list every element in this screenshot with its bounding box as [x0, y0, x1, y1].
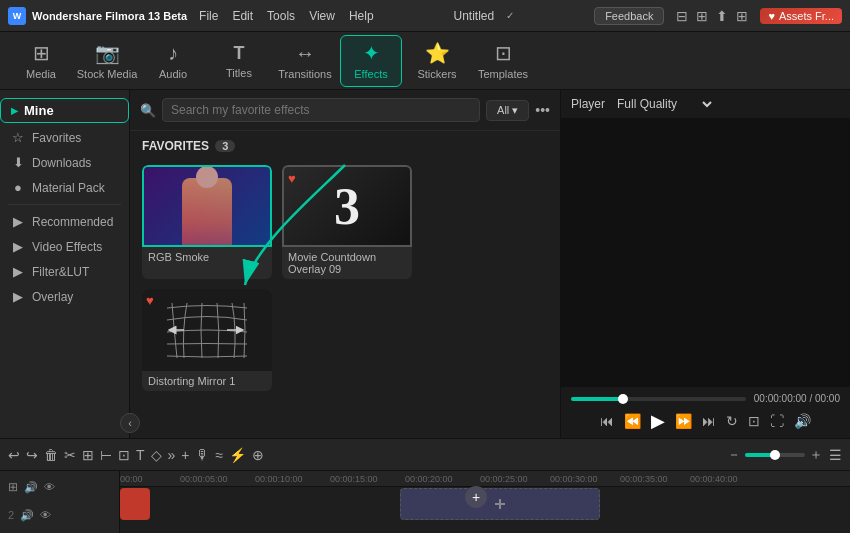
- layout-icon[interactable]: ⊞: [696, 8, 708, 24]
- menu-bar: File Edit Tools View Help: [199, 9, 374, 23]
- crop-icon[interactable]: ⊡: [748, 413, 760, 429]
- sidebar-item-downloads[interactable]: ⬇ Downloads: [0, 150, 129, 175]
- redo-icon[interactable]: ↪: [26, 447, 38, 463]
- player-controls: 00:00:00:00 / 00:00 ⏮ ⏪ ▶ ⏩ ⏭ ↻ ⊡ ⛶ 🔊: [561, 386, 850, 438]
- zoom-out-icon[interactable]: －: [727, 446, 741, 464]
- effect-card-rgb-smoke[interactable]: RGB Smoke: [142, 165, 272, 279]
- menu-edit[interactable]: Edit: [232, 9, 253, 23]
- sidebar-collapse-button[interactable]: ‹: [120, 413, 140, 433]
- snap-icon[interactable]: ⊕: [252, 447, 264, 463]
- filter-lut-label: Filter&LUT: [32, 265, 89, 279]
- toolbar-stickers[interactable]: ⭐ Stickers: [406, 35, 468, 87]
- keyframe-icon[interactable]: ◇: [151, 447, 162, 463]
- sidebar-item-overlay[interactable]: ▶ Overlay: [0, 284, 129, 309]
- downloads-label: Downloads: [32, 156, 91, 170]
- cut-icon[interactable]: ✂: [64, 447, 76, 463]
- speed-icon[interactable]: ⚡: [229, 447, 246, 463]
- rgb-smoke-thumbnail: [142, 165, 272, 247]
- menu-help[interactable]: Help: [349, 9, 374, 23]
- topbar: W Wondershare Filmora 13 Beta File Edit …: [0, 0, 850, 32]
- loop-icon[interactable]: ↻: [726, 413, 738, 429]
- track2-eye-icon[interactable]: 👁: [40, 509, 51, 521]
- share-icon[interactable]: ⬆: [716, 8, 728, 24]
- undo-icon[interactable]: ↩: [8, 447, 20, 463]
- ruler-mark-8: 00:00:40:00: [690, 474, 738, 484]
- ruler-mark-4: 00:00:20:00: [405, 474, 453, 484]
- progress-track[interactable]: [571, 397, 746, 401]
- grid-icon[interactable]: ⊞: [736, 8, 748, 24]
- download-icon: ⬇: [10, 155, 26, 170]
- toolbar-templates[interactable]: ⊡ Templates: [472, 35, 534, 87]
- copy-icon[interactable]: ⊞: [82, 447, 94, 463]
- more-tl-icon[interactable]: »: [168, 447, 176, 463]
- track1-eye-icon[interactable]: 👁: [44, 481, 55, 493]
- frame-back-icon[interactable]: ⏪: [624, 413, 641, 429]
- track2-vol-icon[interactable]: 🔊: [20, 509, 34, 522]
- stock-media-label: Stock Media: [77, 68, 138, 80]
- audio-tl-icon[interactable]: 🎙: [196, 447, 210, 463]
- sidebar-item-video-effects[interactable]: ▶ Video Effects: [0, 234, 129, 259]
- toolbar-audio[interactable]: ♪ Audio: [142, 35, 204, 87]
- search-input[interactable]: [162, 98, 480, 122]
- heart-icon: ♥: [768, 10, 775, 22]
- crop-tl-icon[interactable]: ⊡: [118, 447, 130, 463]
- toolbar-titles[interactable]: T Titles: [208, 35, 270, 87]
- menu-view[interactable]: View: [309, 9, 335, 23]
- ruler-mark-5: 00:00:25:00: [480, 474, 528, 484]
- more-options-button[interactable]: •••: [535, 102, 550, 118]
- play-button[interactable]: ▶: [651, 410, 665, 432]
- skip-forward-icon[interactable]: ⏭: [702, 413, 716, 429]
- feedback-button[interactable]: Feedback: [594, 7, 664, 25]
- player-screen: [561, 119, 850, 386]
- split-icon[interactable]: ⊢: [100, 447, 112, 463]
- toolbar-effects[interactable]: ✦ Effects: [340, 35, 402, 87]
- add-clip-button[interactable]: +: [465, 486, 487, 508]
- zoom-control: － ＋: [727, 446, 823, 464]
- volume-icon[interactable]: 🔊: [794, 413, 811, 429]
- timeline-clip-1[interactable]: [120, 488, 150, 520]
- toolbar-stock-media[interactable]: 📷 Stock Media: [76, 35, 138, 87]
- transitions-label: Transitions: [278, 68, 331, 80]
- timeline-clip-placeholder[interactable]: [400, 488, 600, 520]
- sidebar-item-material-pack[interactable]: ● Material Pack: [0, 175, 129, 200]
- settings-tl-icon[interactable]: ☰: [829, 447, 842, 463]
- templates-label: Templates: [478, 68, 528, 80]
- timeline: ↩ ↪ 🗑 ✂ ⊞ ⊢ ⊡ T ◇ » + 🎙 ≈ ⚡ ⊕ － ＋ ☰ ⊞ 🔊: [0, 438, 850, 533]
- quality-select[interactable]: Full Quality Half Quality Quarter Qualit…: [613, 96, 715, 112]
- playback-controls: ⏮ ⏪ ▶ ⏩ ⏭ ↻ ⊡ ⛶ 🔊: [571, 410, 840, 432]
- delete-icon[interactable]: 🗑: [44, 447, 58, 463]
- sidebar-item-filter-lut[interactable]: ▶ Filter&LUT: [0, 259, 129, 284]
- track1-vol-icon[interactable]: 🔊: [24, 481, 38, 494]
- menu-file[interactable]: File: [199, 9, 218, 23]
- sidebar-item-favorites[interactable]: ☆ Favorites: [0, 125, 129, 150]
- progress-handle[interactable]: [618, 394, 628, 404]
- text-tl-icon[interactable]: T: [136, 447, 145, 463]
- player-panel: Player Full Quality Half Quality Quarter…: [560, 90, 850, 438]
- zoom-handle[interactable]: [770, 450, 780, 460]
- app-name: Wondershare Filmora 13 Beta: [32, 10, 187, 22]
- toolbar-transitions[interactable]: ↔ Transitions: [274, 35, 336, 87]
- favorites-label: Favorites: [32, 131, 81, 145]
- menu-tools[interactable]: Tools: [267, 9, 295, 23]
- effect-card-movie-countdown[interactable]: ♥ 3 Movie Countdown Overlay 09: [282, 165, 412, 279]
- add-media-icon[interactable]: +: [181, 447, 189, 463]
- motion-icon[interactable]: ≈: [216, 447, 224, 463]
- stock-media-icon: 📷: [95, 41, 120, 65]
- assets-button[interactable]: ♥ Assets Fr...: [760, 8, 842, 24]
- sidebar-item-recommended[interactable]: ▶ Recommended: [0, 209, 129, 234]
- sidebar-mine[interactable]: ▸ Mine: [0, 98, 129, 123]
- fullscreen-icon[interactable]: ⛶: [770, 413, 784, 429]
- track-label-2: 2 🔊 👁: [8, 503, 111, 527]
- zoom-slider[interactable]: [745, 453, 805, 457]
- effect-card-distorting-mirror[interactable]: ♥: [142, 289, 272, 391]
- toolbar-media[interactable]: ⊞ Media: [10, 35, 72, 87]
- filter-button[interactable]: All ▾: [486, 100, 529, 121]
- track1-icon[interactable]: ⊞: [8, 480, 18, 494]
- effects-grid: RGB Smoke ♥ 3 Movie Countdown Overlay 09…: [130, 159, 560, 403]
- overlay-label: Overlay: [32, 290, 73, 304]
- frame-forward-icon[interactable]: ⏩: [675, 413, 692, 429]
- ruler-mark-6: 00:00:30:00: [550, 474, 598, 484]
- monitor-icon[interactable]: ⊟: [676, 8, 688, 24]
- skip-back-icon[interactable]: ⏮: [600, 413, 614, 429]
- zoom-in-icon[interactable]: ＋: [809, 446, 823, 464]
